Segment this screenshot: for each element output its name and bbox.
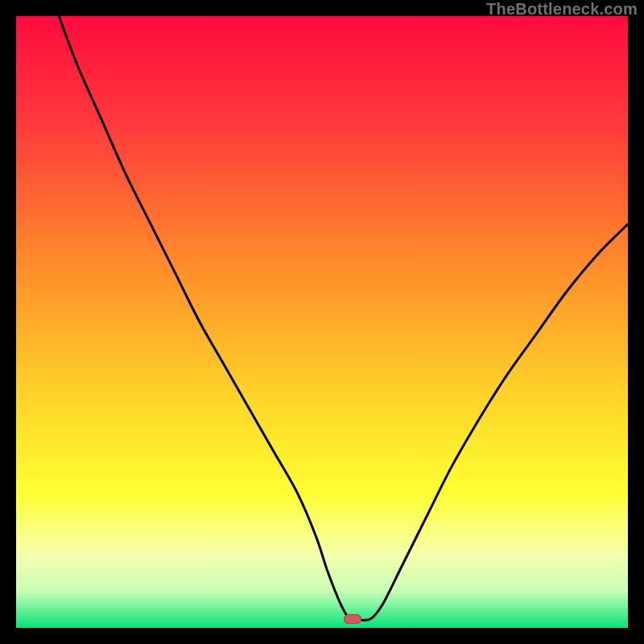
optimum-marker-icon [344,614,361,624]
bottleneck-curve [16,16,628,628]
plot-area [16,16,628,628]
chart-frame: TheBottleneck.com [0,0,644,644]
